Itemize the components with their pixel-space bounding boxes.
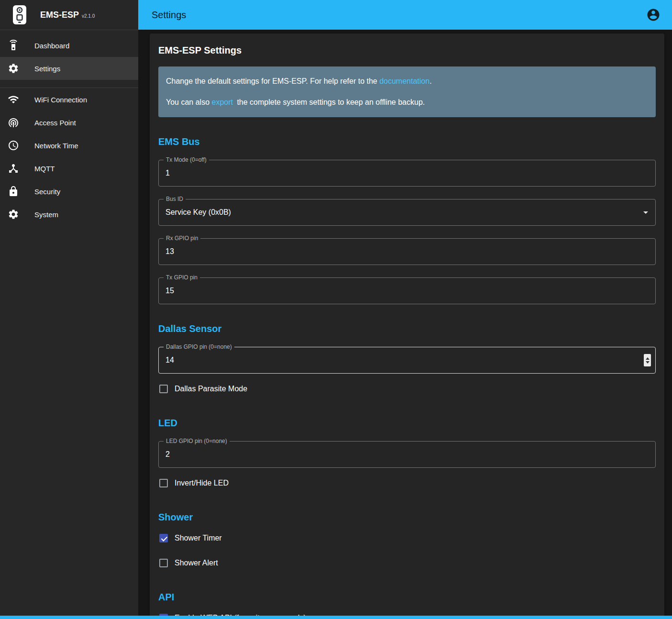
info-banner: Change the default settings for EMS-ESP.… (158, 66, 656, 117)
sidebar-item-label: WiFi Connection (34, 96, 87, 104)
hub-icon (8, 163, 19, 174)
app-logo-icon (12, 5, 27, 25)
select-value: Service Key (0x0B) (165, 208, 231, 217)
gear-icon (8, 63, 19, 74)
section-title-dallas-sensor: Dallas Sensor (158, 323, 656, 334)
checkbox-label: Shower Alert (175, 559, 218, 567)
checkbox-label: Dallas Parasite Mode (175, 385, 247, 393)
topbar: Settings (138, 0, 672, 30)
export-link[interactable]: export (211, 98, 232, 106)
checkbox-label: Shower Timer (175, 534, 222, 542)
bottom-accent-bar (0, 616, 672, 619)
dallas-gpio-field: Dallas GPIO pin (0=none) (158, 347, 656, 374)
account-icon[interactable] (646, 8, 661, 22)
checkbox-icon (159, 534, 168, 542)
gear-icon (8, 209, 19, 220)
tx-mode-field: Tx Mode (0=off) (158, 160, 656, 187)
field-label: Bus ID (164, 196, 186, 202)
checkbox-icon (159, 479, 168, 487)
checkbox-icon (159, 385, 168, 393)
sidebar-item-label: Dashboard (34, 42, 69, 50)
invert-led-checkbox[interactable]: Invert/Hide LED (158, 474, 656, 493)
info-line-1: Change the default settings for EMS-ESP.… (166, 75, 648, 88)
wifi-icon (8, 94, 19, 105)
shower-timer-checkbox[interactable]: Shower Timer (158, 529, 656, 548)
sidebar-item-dashboard[interactable]: Dashboard (0, 34, 138, 57)
sidebar-item-mqtt[interactable]: MQTT (0, 157, 138, 180)
led-gpio-field: LED GPIO pin (0=none) (158, 441, 656, 468)
sidebar-item-system[interactable]: System (0, 203, 138, 226)
shower-alert-checkbox[interactable]: Shower Alert (158, 553, 656, 573)
main-content: EMS-ESP Settings Change the default sett… (138, 30, 672, 619)
sidebar-item-wifi-connection[interactable]: WiFi Connection (0, 88, 138, 111)
sidebar-item-label: System (34, 210, 58, 219)
settings-card: EMS-ESP Settings Change the default sett… (150, 33, 664, 619)
section-title-led: LED (158, 418, 656, 429)
checkbox-label: Invert/Hide LED (175, 479, 229, 487)
app-title: EMS-ESP (40, 10, 79, 20)
lock-icon (8, 186, 19, 197)
sidebar-item-label: Access Point (34, 119, 76, 127)
sidebar-item-network-time[interactable]: Network Time (0, 134, 138, 157)
dashboard-remote-icon (8, 40, 19, 51)
sidebar-item-label: Security (34, 188, 60, 196)
field-label: Tx GPIO pin (164, 274, 200, 281)
led-gpio-input[interactable] (159, 442, 655, 467)
clock-icon (8, 140, 19, 151)
checkbox-icon (159, 559, 168, 567)
field-label: Tx Mode (0=off) (164, 156, 209, 163)
sidebar-item-security[interactable]: Security (0, 180, 138, 203)
access-point-icon (8, 117, 19, 128)
documentation-link[interactable]: documentation (379, 77, 430, 85)
sidebar-item-access-point[interactable]: Access Point (0, 111, 138, 134)
number-spinner[interactable] (644, 354, 651, 366)
field-label: Rx GPIO pin (164, 235, 200, 242)
tx-gpio-field: Tx GPIO pin (158, 277, 656, 304)
section-title-api: API (158, 592, 656, 603)
tx-mode-input[interactable] (159, 160, 655, 186)
field-label: Dallas GPIO pin (0=none) (164, 343, 234, 350)
app-version: v2.1.0 (82, 13, 95, 19)
sidebar: EMS-ESP v2.1.0 Dashboard Settings WiFi C… (0, 0, 138, 619)
sidebar-item-label: Network Time (34, 142, 78, 150)
info-line-2: You can also export the complete system … (166, 96, 648, 109)
sidebar-nav: Dashboard Settings WiFi Connection Acces… (0, 30, 138, 226)
page-title: Settings (152, 10, 186, 21)
app-header: EMS-ESP v2.1.0 (0, 0, 138, 30)
rx-gpio-input[interactable] (159, 239, 655, 265)
sidebar-item-label: MQTT (34, 165, 55, 173)
tx-gpio-input[interactable] (159, 278, 655, 304)
section-title-shower: Shower (158, 512, 656, 523)
rx-gpio-field: Rx GPIO pin (158, 238, 656, 265)
field-label: LED GPIO pin (0=none) (164, 438, 230, 444)
dropdown-arrow-icon (640, 207, 651, 218)
bus-id-select[interactable]: Bus ID Service Key (0x0B) (158, 199, 656, 226)
sidebar-item-label: Settings (34, 65, 60, 73)
section-title-ems-bus: EMS Bus (158, 136, 656, 147)
sidebar-item-settings[interactable]: Settings (0, 57, 138, 80)
dallas-gpio-input[interactable] (159, 347, 655, 373)
card-title: EMS-ESP Settings (158, 45, 656, 56)
dallas-parasite-checkbox[interactable]: Dallas Parasite Mode (158, 379, 656, 398)
